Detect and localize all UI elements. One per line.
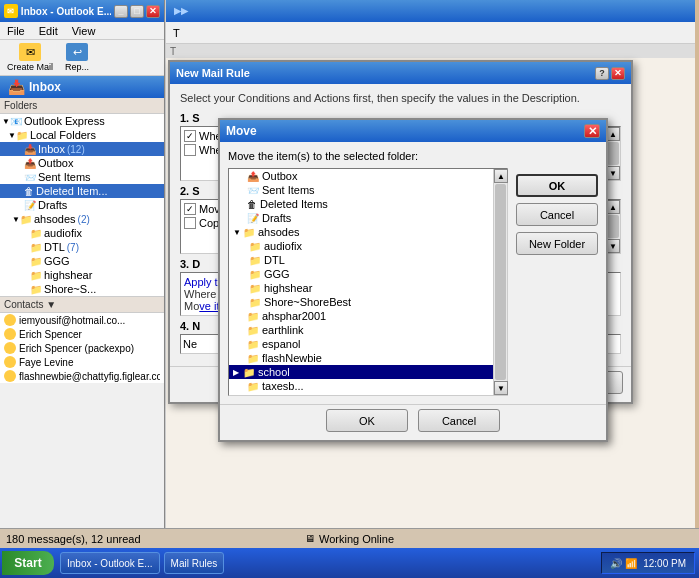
move-button-panel: OK Cancel New Folder <box>516 150 598 396</box>
move-dialog-prompt: Move the item(s) to the selected folder: <box>228 150 508 162</box>
online-status: 🖥 Working Online <box>305 533 394 545</box>
move-folder-list-container: 📤 Outbox 📨 Sent Items 🗑 Deleted Items <box>228 168 508 396</box>
move-folder-drafts[interactable]: 📝 Drafts <box>229 211 493 225</box>
folder-item-ahsodes[interactable]: ▼ 📁 ahsodes (2) <box>0 212 164 226</box>
new-mail-rule-description: Select your Conditions and Actions first… <box>180 92 621 104</box>
move-new-folder-button[interactable]: New Folder <box>516 232 598 255</box>
taskbar-mail-rules-button[interactable]: Mail Rules <box>164 552 225 574</box>
contacts-header-label: Contacts ▼ <box>4 299 56 310</box>
close-button[interactable]: ✕ <box>146 5 160 18</box>
menu-view[interactable]: View <box>69 24 99 38</box>
move-folder-deleted-items[interactable]: 🗑 Deleted Items <box>229 197 493 211</box>
new-mail-rule-titlebar: New Mail Rule ? ✕ <box>170 62 631 84</box>
contact-item-2[interactable]: Erich Spencer (packexpo) <box>0 341 164 355</box>
contact-item-1[interactable]: Erich Spencer <box>0 327 164 341</box>
folders-section-header[interactable]: Folders <box>0 98 164 114</box>
folder-item-shore[interactable]: 📁 Shore~S... <box>0 282 164 296</box>
new-mail-rule-close-button[interactable]: ✕ <box>611 67 625 80</box>
folder-item-local-folders[interactable]: ▼ 📁 Local Folders <box>0 128 164 142</box>
folder-tree: ▼ 📧 Outlook Express ▼ 📁 Local Folders 📥 … <box>0 114 164 296</box>
outlook-win-buttons: _ □ ✕ <box>114 5 160 18</box>
menu-file[interactable]: File <box>4 24 28 38</box>
reply-button[interactable]: ↩ Rep... <box>62 41 92 74</box>
scroll-up-arrow[interactable]: ▲ <box>494 169 508 183</box>
taskbar-tray: 🔊 📶 12:00 PM <box>601 552 695 574</box>
move-folder-espanol[interactable]: 📁 espanol <box>229 337 493 351</box>
move-folder-ggg[interactable]: 📁 GGG <box>229 267 493 281</box>
taskbar-icons: 🔊 📶 <box>610 558 637 569</box>
outlook-window: ✉ Inbox - Outlook E... _ □ ✕ File Edit V… <box>0 0 165 548</box>
inbox-label: Inbox <box>29 80 61 94</box>
contact-item-0[interactable]: iemyousif@hotmail.co... <box>0 313 164 327</box>
move-folder-dtl[interactable]: 📁 DTL <box>229 253 493 267</box>
taskbar: Start Inbox - Outlook E... Mail Rules 🔊 … <box>0 548 699 578</box>
move-dialog-body: Move the item(s) to the selected folder:… <box>220 142 606 404</box>
taskbar-time: 12:00 PM <box>643 558 686 569</box>
outlook-title-text: Inbox - Outlook E... <box>21 6 111 17</box>
folder-item-deleted-items[interactable]: 🗑 Deleted Item... <box>0 184 164 198</box>
toolbar: ✉ Create Mail ↩ Rep... <box>0 40 164 76</box>
folder-item-outlook-express[interactable]: ▼ 📧 Outlook Express <box>0 114 164 128</box>
move-folder-outbox[interactable]: 📤 Outbox <box>229 169 493 183</box>
menu-edit[interactable]: Edit <box>36 24 61 38</box>
folder-item-outbox[interactable]: 📤 Outbox <box>0 156 164 170</box>
move-folder-panel: Move the item(s) to the selected folder:… <box>228 150 508 396</box>
contact-list: iemyousif@hotmail.co... Erich Spencer Er… <box>0 313 164 383</box>
status-message-count: 180 message(s), 12 unread <box>6 533 141 545</box>
move-folder-shoreshore[interactable]: 📁 Shore~ShoreBest <box>229 295 493 309</box>
online-status-text: Working Online <box>319 533 394 545</box>
move-folder-list: 📤 Outbox 📨 Sent Items 🗑 Deleted Items <box>229 169 493 395</box>
contacts-section-header[interactable]: Contacts ▼ <box>0 296 164 313</box>
folder-item-drafts[interactable]: 📝 Drafts <box>0 198 164 212</box>
outlook-titlebar: ✉ Inbox - Outlook E... _ □ ✕ <box>0 0 164 22</box>
move-folder-highshear[interactable]: 📁 highshear <box>229 281 493 295</box>
move-ok-button[interactable]: OK <box>516 174 598 197</box>
move-dialog-footer: OK Cancel <box>220 404 606 440</box>
new-mail-rule-title: New Mail Rule <box>176 67 250 79</box>
folder-item-audiofix[interactable]: 📁 audiofix <box>0 226 164 240</box>
move-folder-ahsodes[interactable]: ▼ 📁 ahsodes <box>229 225 493 239</box>
move-folder-scrollbar[interactable]: ▲ ▼ <box>493 169 507 395</box>
move-footer-ok-button[interactable]: OK <box>326 409 408 432</box>
move-dialog-title: Move <box>226 124 257 138</box>
maximize-button[interactable]: □ <box>130 5 144 18</box>
scroll-down-arrow[interactable]: ▼ <box>494 381 508 395</box>
create-mail-button[interactable]: ✉ Create Mail <box>4 41 56 74</box>
start-button[interactable]: Start <box>2 551 54 575</box>
taskbar-inbox-button[interactable]: Inbox - Outlook E... <box>60 552 160 574</box>
inbox-header: 📥 Inbox <box>0 76 164 98</box>
status-bar: 180 message(s), 12 unread 🖥 Working Onli… <box>0 528 699 548</box>
move-folder-earthlink[interactable]: 📁 earthlink <box>229 323 493 337</box>
contact-item-4[interactable]: flashnewbie@chattyfig.figlear.com <box>0 369 164 383</box>
folder-item-sent-items[interactable]: 📨 Sent Items <box>0 170 164 184</box>
move-dialog-close-button[interactable]: ✕ <box>584 124 600 138</box>
folders-header-label: Folders <box>4 100 37 111</box>
move-dialog-titlebar: Move ✕ <box>220 120 606 142</box>
move-folder-audiofix[interactable]: 📁 audiofix <box>229 239 493 253</box>
move-dialog: Move ✕ Move the item(s) to the selected … <box>218 118 608 442</box>
outlook-title-icon: ✉ <box>4 4 18 18</box>
move-folder-flashnewbie[interactable]: 📁 flashNewbie <box>229 351 493 365</box>
folder-item-highshear[interactable]: 📁 highshear <box>0 268 164 282</box>
scroll-thumb[interactable] <box>495 184 506 380</box>
folder-item-inbox[interactable]: 📥 Inbox (12) <box>0 142 164 156</box>
folder-item-dtl[interactable]: 📁 DTL (7) <box>0 240 164 254</box>
contact-item-3[interactable]: Faye Levine <box>0 355 164 369</box>
folder-item-ggg[interactable]: 📁 GGG <box>0 254 164 268</box>
move-folder-ahsphar2001[interactable]: 📁 ahsphar2001 <box>229 309 493 323</box>
minimize-button[interactable]: _ <box>114 5 128 18</box>
move-folder-taxesb[interactable]: 📁 taxesb... <box>229 379 493 393</box>
move-folder-school[interactable]: ▶ 📁 school <box>229 365 493 379</box>
menu-bar: File Edit View <box>0 22 164 40</box>
move-footer-cancel-button[interactable]: Cancel <box>418 409 500 432</box>
move-cancel-button[interactable]: Cancel <box>516 203 598 226</box>
move-folder-sent-items[interactable]: 📨 Sent Items <box>229 183 493 197</box>
new-mail-rule-help-button[interactable]: ? <box>595 67 609 80</box>
new-mail-rule-win-buttons: ? ✕ <box>595 67 625 80</box>
